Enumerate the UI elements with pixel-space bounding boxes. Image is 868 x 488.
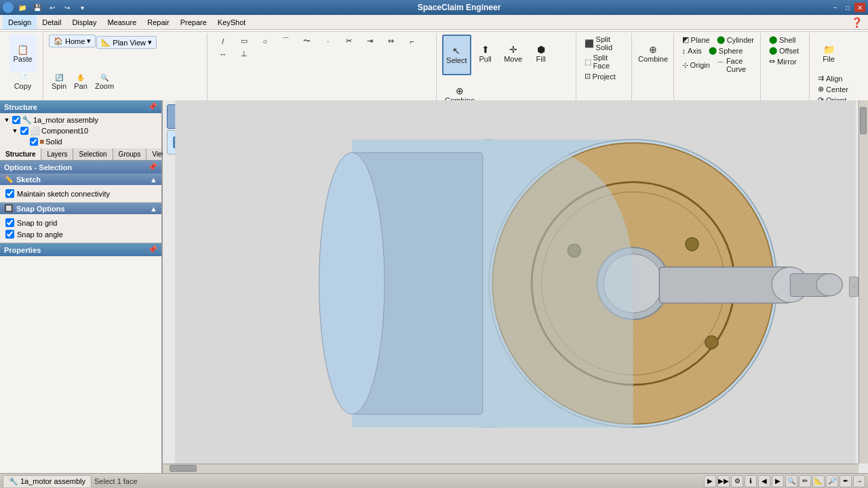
sketch-mirror-button[interactable]: ⇔ [381,35,401,47]
center-button[interactable]: ⊕ Center [815,84,851,94]
tree-checkbox-solid[interactable] [30,138,38,146]
cylinder-button[interactable]: ⬤ Cylinder [714,35,757,45]
status-btn-info[interactable]: ℹ [745,475,757,487]
status-btn-pen[interactable]: ✒ [840,475,852,487]
status-btn-next[interactable]: ▶ [772,475,784,487]
snap-angle-checkbox[interactable] [5,230,14,239]
tree-checkbox-motor[interactable] [12,116,20,124]
sketch-circle-button[interactable]: ○ [255,35,275,47]
snap-options: 🔲 Snap Options ▲ Snap to grid Snap to an… [0,202,161,243]
vertical-scrollbar[interactable] [859,100,868,464]
status-btn-zoomfit[interactable]: 🔎 [826,475,838,487]
tree-motor-assembly[interactable]: ▼ 🔧 1a_motor assembly [0,115,161,125]
status-btn-settings[interactable]: ⚙ [731,475,743,487]
spline-icon: 〜 [303,36,311,46]
split-solid-button[interactable]: ⬛ Split Solid [582,35,627,52]
minimize-button[interactable]: − [830,3,841,12]
undo-button[interactable]: ↩ [46,1,58,14]
sketch-connectivity-checkbox[interactable] [5,189,14,198]
structure-header: Structure 📌 [0,100,161,113]
sketch-trim-button[interactable]: ✂ [339,35,359,47]
sketch-section-header[interactable]: ✏️ Sketch ▲ [0,174,161,185]
status-btn-edit[interactable]: ✏ [799,475,811,487]
horizontal-scrollbar[interactable] [163,464,859,473]
sketch-offset-button[interactable]: ⇥ [360,35,380,47]
copy-button[interactable]: 📄 Copy [12,73,35,92]
project-button[interactable]: ⊡ Project [582,71,618,81]
sketch-row1: / ▭ ○ ⌒ 〜 · ✂ ⇥ ⇔ ⌐ ↔ ⊥ [213,35,432,60]
snap-grid-checkbox[interactable] [5,218,14,227]
select-button[interactable]: ↖ Select [442,35,471,75]
tab-groups[interactable]: Groups [113,148,147,160]
paste-button[interactable]: 📋 Paste [9,35,37,73]
h-scroll-thumb[interactable] [170,465,197,472]
status-btn-play[interactable]: ▶ [704,475,716,487]
menu-design[interactable]: Design [3,15,37,29]
split-face-button[interactable]: ⬚ Split Face [582,53,627,70]
menu-measure[interactable]: Measure [102,15,142,29]
tree-toggle-component[interactable]: ▼ [11,127,19,135]
status-btn-measure[interactable]: 📐 [812,475,825,487]
fill-button[interactable]: ⬢ Fill [528,35,555,73]
sketch-rect-button[interactable]: ▭ [234,35,254,47]
pull-button[interactable]: ⬆ Pull [472,35,499,73]
menu-repair[interactable]: Repair [142,15,174,29]
tree-component10[interactable]: ▼ ⬜ Component10 [0,125,161,136]
move-button[interactable]: ✛ Move [500,35,527,73]
sketch-arc-button[interactable]: ⌒ [276,35,296,47]
mirror-button[interactable]: ⇔ Mirror [766,56,800,66]
menu-display[interactable]: Display [66,15,102,29]
zoom-button[interactable]: 🔍 Zoom [92,73,117,92]
shell-button[interactable]: ⬤ Shell [766,35,798,45]
menu-keyshot[interactable]: KeyShot [212,15,252,29]
close-button[interactable]: ✕ [854,3,865,12]
save-button[interactable]: 💾 [31,1,43,14]
sphere-button[interactable]: ⬤ Sphere [706,45,745,56]
status-btn-zoom[interactable]: 🔍 [785,475,797,487]
axis-button[interactable]: ↕ Axis [679,45,705,56]
redo-button[interactable]: ↪ [61,1,73,14]
intersect-combine-icon: ⊕ [649,45,657,54]
snap-section-header[interactable]: 🔲 Snap Options ▲ [0,203,161,214]
offset-button[interactable]: ⬤ Offset [766,45,802,56]
intersect-combine-button[interactable]: ⊕ Combine [637,35,669,73]
plan-view-button[interactable]: 📐 Plan View ▾ [96,36,157,49]
origin-icon: ⊹ [682,61,688,70]
help-button[interactable]: ❓ [848,16,865,28]
qa-dropdown[interactable]: ▾ [76,1,88,14]
origin-button[interactable]: ⊹ Origin [679,56,713,74]
options-header[interactable]: Options - Selection 📌 [0,161,161,174]
status-btn-arrow[interactable]: → [853,475,865,487]
assembly-tab[interactable]: 🔧 1a_motor assembly [3,475,92,487]
sketch-line-button[interactable]: / [213,35,233,47]
spin-button[interactable]: 🔄 Spin [49,73,69,92]
sketch-fillet-button[interactable]: ⌐ [402,35,422,47]
align-button[interactable]: ⇉ Align [815,73,851,83]
open-button[interactable]: 📁 [16,1,28,14]
svg-point-23 [319,152,384,414]
status-controls: ▶ ▶▶ ⚙ ℹ ◀ ▶ 🔍 ✏ 📐 🔎 ✒ → [704,475,865,487]
tree-checkbox-component[interactable] [20,127,28,135]
select-icon: ↖ [452,46,460,56]
sketch-point-button[interactable]: · [318,35,338,47]
v-splitter-handle[interactable]: ⋮ [849,277,859,297]
maximize-button[interactable]: □ [842,3,853,12]
file-button[interactable]: 📁 File [815,35,842,73]
home-button[interactable]: 🏠 Home ▾ [49,35,96,47]
tab-selection[interactable]: Selection [73,148,113,160]
face-curve-button[interactable]: ⌒ Face Curve [714,56,756,74]
sketch-dim-button[interactable]: ↔ [213,48,233,60]
tab-structure[interactable]: Structure [0,148,41,160]
menu-prepare[interactable]: Prepare [175,15,212,29]
menu-detail[interactable]: Detail [37,15,66,29]
status-btn-fastforward[interactable]: ▶▶ [717,475,730,487]
tab-layers[interactable]: Layers [41,148,73,160]
pan-button[interactable]: ✋ Pan [71,73,91,92]
tree-toggle-motor[interactable]: ▼ [3,116,11,124]
tree-solid[interactable]: ▶ ■ Solid [0,136,161,147]
plane-button[interactable]: ◩ Plane [679,35,713,45]
v-scroll-thumb[interactable] [860,107,867,134]
status-btn-prev[interactable]: ◀ [758,475,770,487]
sketch-spline-button[interactable]: 〜 [297,35,317,47]
sketch-constrain-button[interactable]: ⊥ [234,48,254,60]
